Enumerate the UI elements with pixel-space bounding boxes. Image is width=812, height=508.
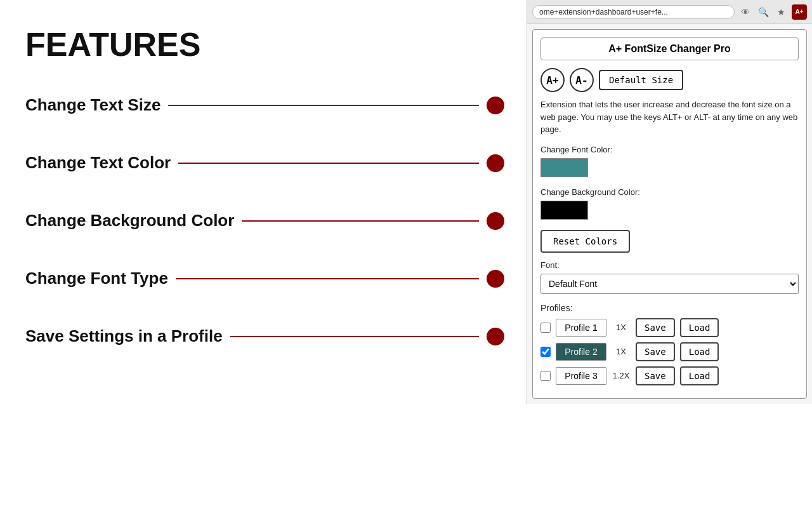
- feature-dot-save-profile: [487, 328, 504, 345]
- search-icon[interactable]: 🔍: [756, 5, 770, 19]
- font-label: Font:: [540, 260, 799, 270]
- bg-color-label: Change Background Color:: [540, 187, 799, 197]
- feature-item-text-size: Change Text Size: [25, 95, 504, 115]
- profile-checkbox-1[interactable]: [540, 323, 551, 333]
- feature-label-text-color: Change Text Color: [25, 153, 171, 173]
- feature-label-font-type: Change Font Type: [25, 269, 168, 288]
- profile-name-input-3[interactable]: [556, 367, 606, 385]
- profile-size-2: 1X: [612, 347, 631, 356]
- feature-item-background-color: Change Background Color: [25, 211, 504, 231]
- feature-dot-text-color: [487, 154, 504, 172]
- profile-row-2: 1XSaveLoad: [540, 342, 799, 361]
- features-list: Change Text Size Change Text Color Chang…: [25, 95, 504, 346]
- feature-item-save-profile: Save Settings in a Profile: [25, 326, 504, 346]
- profile-save-button-1[interactable]: Save: [636, 318, 675, 337]
- profile-size-1: 1X: [612, 323, 631, 332]
- feature-line-save-profile: [230, 336, 479, 337]
- page-title: FEATURES: [25, 25, 504, 64]
- font-select[interactable]: Default Font: [540, 274, 799, 294]
- extension-popup: A+ FontSize Changer Pro A+ A- Default Si…: [532, 29, 807, 399]
- decrease-font-button[interactable]: A-: [570, 68, 594, 92]
- profile-row-3: 1.2XSaveLoad: [540, 366, 799, 385]
- default-size-button[interactable]: Default Size: [599, 70, 683, 90]
- profile-checkbox-3[interactable]: [540, 371, 551, 381]
- feature-line-background-color: [242, 220, 479, 222]
- profile-load-button-2[interactable]: Load: [680, 342, 719, 361]
- reset-colors-button[interactable]: Reset Colors: [540, 230, 630, 253]
- font-color-label: Change Font Color:: [540, 145, 799, 154]
- extension-icon[interactable]: A+: [792, 4, 807, 20]
- profile-name-input-2[interactable]: [556, 343, 606, 361]
- profile-save-button-2[interactable]: Save: [636, 342, 675, 361]
- profile-name-input-1[interactable]: [556, 319, 606, 337]
- feature-dot-text-size: [487, 97, 504, 114]
- profile-load-button-3[interactable]: Load: [680, 366, 719, 385]
- browser-chrome: ome+extension+dashboard+user+fe... 👁 🔍 ★…: [527, 0, 812, 404]
- profile-size-3: 1.2X: [612, 371, 631, 380]
- feature-label-text-size: Change Text Size: [25, 95, 160, 115]
- feature-item-font-type: Change Font Type: [25, 269, 504, 288]
- profile-load-button-1[interactable]: Load: [680, 318, 719, 337]
- bg-color-swatch[interactable]: [540, 201, 588, 220]
- profiles-section: Profiles: 1XSaveLoad1XSaveLoad1.2XSaveLo…: [540, 303, 799, 385]
- star-icon[interactable]: ★: [774, 5, 788, 19]
- feature-line-text-size: [168, 105, 479, 106]
- browser-bar: ome+extension+dashboard+user+fe... 👁 🔍 ★…: [527, 0, 812, 24]
- profile-row-1: 1XSaveLoad: [540, 318, 799, 337]
- profiles-list: 1XSaveLoad1XSaveLoad1.2XSaveLoad: [540, 318, 799, 385]
- profile-checkbox-2[interactable]: [540, 347, 551, 357]
- url-bar[interactable]: ome+extension+dashboard+user+fe...: [532, 5, 735, 19]
- feature-dot-font-type: [487, 270, 504, 288]
- profile-save-button-3[interactable]: Save: [636, 366, 675, 385]
- size-buttons-row: A+ A- Default Size: [540, 68, 799, 92]
- popup-title: A+ FontSize Changer Pro: [540, 37, 799, 60]
- feature-item-text-color: Change Text Color: [25, 153, 504, 173]
- feature-dot-background-color: [487, 212, 504, 230]
- extension-description: Extension that lets the user increase an…: [540, 98, 799, 136]
- eye-icon[interactable]: 👁: [738, 5, 752, 19]
- profiles-label: Profiles:: [540, 303, 799, 313]
- font-section: Font: Default Font: [540, 260, 799, 294]
- feature-line-font-type: [176, 278, 479, 279]
- features-area: FEATURES Change Text Size Change Text Co…: [0, 0, 530, 508]
- font-color-swatch[interactable]: [540, 158, 588, 177]
- feature-label-background-color: Change Background Color: [25, 211, 234, 231]
- feature-line-text-color: [178, 163, 479, 164]
- increase-font-button[interactable]: A+: [540, 68, 565, 92]
- feature-label-save-profile: Save Settings in a Profile: [25, 326, 223, 346]
